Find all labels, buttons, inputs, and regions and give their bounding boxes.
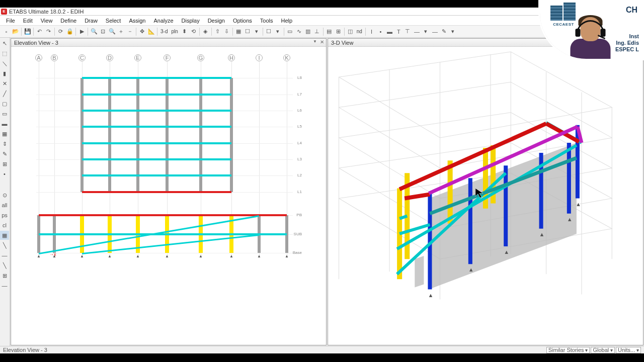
- object-icon[interactable]: ▦: [234, 27, 243, 36]
- menu-help[interactable]: Help: [277, 17, 297, 25]
- draw-grid-icon[interactable]: ⊞: [0, 159, 9, 168]
- pointer-icon[interactable]: ↖: [0, 39, 9, 48]
- 3d-view-panel[interactable]: 3-D View: [328, 38, 643, 345]
- menu-design[interactable]: Design: [204, 17, 229, 25]
- view-close-icon[interactable]: ✕: [320, 39, 324, 45]
- new-icon[interactable]: ▫: [2, 27, 11, 36]
- lock-icon[interactable]: 🔒: [65, 27, 74, 36]
- redo-icon[interactable]: ↷: [44, 27, 53, 36]
- menu-options[interactable]: Options: [229, 17, 256, 25]
- elevation-canvas[interactable]: ABCDEFGHIKL8L7L6L5L4L3L2L1PBSUBBase→x▲▲▲…: [11, 47, 326, 345]
- 3d-canvas[interactable]: ▲ ▲ ▲ ▲ ▲ ▲: [328, 47, 643, 345]
- save-icon[interactable]: 💾: [23, 27, 32, 36]
- frame-icon[interactable]: ▬: [385, 27, 394, 36]
- up-arrow-icon[interactable]: ⇧: [213, 27, 222, 36]
- snap-end-icon[interactable]: ps: [0, 211, 9, 220]
- grid-bubble: G: [197, 54, 204, 61]
- link-icon[interactable]: ⊤: [404, 27, 412, 36]
- zoom-rubber-icon[interactable]: 🔍: [90, 27, 98, 36]
- show-all-icon[interactable]: ▭: [286, 27, 294, 36]
- perspective-icon[interactable]: ◈: [201, 27, 210, 36]
- menu-draw[interactable]: Draw: [80, 17, 102, 25]
- menu-edit[interactable]: Edit: [19, 17, 37, 25]
- rotate-icon[interactable]: ⟲: [189, 27, 198, 36]
- snap-perp-icon[interactable]: ▦: [0, 231, 9, 240]
- draw-rect-icon[interactable]: ▭: [0, 109, 9, 118]
- svg-marker-9: [415, 256, 424, 287]
- snap-para-icon[interactable]: ╲: [0, 261, 9, 270]
- snap-line-icon[interactable]: ╲: [0, 241, 9, 250]
- snap-inter-icon[interactable]: cl: [0, 221, 9, 230]
- draw-link-icon[interactable]: ⇕: [0, 139, 9, 148]
- point-icon[interactable]: •: [376, 27, 385, 36]
- draw-dim-icon[interactable]: ✎: [0, 149, 9, 158]
- snap-off-icon[interactable]: —: [0, 281, 9, 290]
- down-arrow-icon[interactable]: ⇩: [222, 27, 231, 36]
- run-icon[interactable]: ▶: [77, 27, 86, 36]
- draw-joint-icon[interactable]: •: [0, 169, 9, 178]
- open-icon[interactable]: 📂: [11, 27, 20, 36]
- draw-secbeam-icon[interactable]: ╱: [0, 89, 9, 98]
- grid-bubble: F: [164, 54, 171, 61]
- view-dropdown-icon[interactable]: ▼: [313, 39, 317, 44]
- snap-mid-icon[interactable]: all: [0, 201, 9, 210]
- draw-area-icon[interactable]: ▢: [0, 99, 9, 108]
- zoom-prev-icon[interactable]: 🔍: [108, 27, 116, 36]
- pan-icon[interactable]: ✥: [138, 27, 146, 36]
- draw-col-icon[interactable]: ▮: [0, 69, 9, 78]
- story-label: L4: [297, 141, 302, 145]
- menu-tools[interactable]: Tools: [256, 17, 277, 25]
- coord-system-select[interactable]: Global ▾: [591, 347, 615, 353]
- lock2-icon[interactable]: ⊞: [334, 27, 343, 36]
- menu-view[interactable]: View: [37, 17, 57, 25]
- snap-ext-icon[interactable]: —: [0, 251, 9, 260]
- elevation-view-tab[interactable]: Elevation View - 3 ▼ ✕: [11, 39, 326, 47]
- more-icon[interactable]: ▾: [449, 27, 457, 36]
- svg-text:▲: ▲: [539, 231, 545, 237]
- draw-slab-icon[interactable]: ▦: [0, 129, 9, 138]
- snap-point-icon[interactable]: ⊙: [0, 191, 9, 200]
- view-plan-button[interactable]: pln: [170, 29, 179, 34]
- deformed-icon[interactable]: ∿: [295, 27, 303, 36]
- view-elev-icon[interactable]: ⬍: [180, 27, 189, 36]
- extrude-icon[interactable]: ☐: [244, 27, 252, 36]
- view-3d-button[interactable]: 3-d: [159, 29, 169, 34]
- solid-icon[interactable]: ▾: [422, 27, 430, 36]
- set-view-icon[interactable]: ☐: [265, 27, 273, 36]
- area-icon[interactable]: T: [394, 27, 403, 36]
- units-select[interactable]: Units... ▾: [616, 347, 641, 353]
- measure-icon[interactable]: 📐: [147, 27, 155, 36]
- menu-file[interactable]: File: [2, 17, 19, 25]
- menu-define[interactable]: Define: [56, 17, 80, 25]
- elevation-view-panel[interactable]: Elevation View - 3 ▼ ✕ ABCDEFGHIKL8L7L6L…: [11, 38, 327, 345]
- assign-frame-icon[interactable]: ◫: [346, 27, 355, 36]
- zoom-in-icon[interactable]: ＋: [117, 27, 125, 36]
- shrink-icon[interactable]: ▾: [253, 27, 261, 36]
- menu-select[interactable]: Select: [102, 17, 125, 25]
- reactions-icon[interactable]: ⊥: [313, 27, 321, 36]
- menu-analyze[interactable]: Analyze: [149, 17, 177, 25]
- toggle1-icon[interactable]: ▾: [274, 27, 282, 36]
- app-icon: E: [1, 9, 7, 15]
- draw-beam-icon[interactable]: ＼: [0, 59, 9, 68]
- line-icon[interactable]: ―: [431, 27, 439, 36]
- hatch-icon[interactable]: —: [413, 27, 421, 36]
- snap-grid-icon[interactable]: ⊞: [0, 271, 9, 280]
- undo-icon[interactable]: ↶: [35, 27, 44, 36]
- story-label: L7: [297, 92, 302, 97]
- reshape-icon[interactable]: ⬚: [0, 49, 9, 58]
- pen-icon[interactable]: ✎: [440, 27, 448, 36]
- zoom-full-icon[interactable]: ⊡: [99, 27, 107, 36]
- refresh-icon[interactable]: ⟳: [56, 27, 65, 36]
- menu-display[interactable]: Display: [178, 17, 204, 25]
- zoom-out-icon[interactable]: －: [126, 27, 134, 36]
- menu-assign[interactable]: Assign: [125, 17, 149, 25]
- forces-icon[interactable]: ▥: [304, 27, 312, 36]
- story-mode-select[interactable]: Similar Stories ▾: [546, 347, 590, 353]
- draw-brace-icon[interactable]: ✕: [0, 79, 9, 88]
- nd-button[interactable]: nd: [355, 29, 364, 34]
- draw-wall-icon[interactable]: ▬: [0, 119, 9, 128]
- story-label: L5: [297, 124, 302, 129]
- tables-icon[interactable]: ▤: [325, 27, 334, 36]
- text-icon[interactable]: I: [367, 27, 376, 36]
